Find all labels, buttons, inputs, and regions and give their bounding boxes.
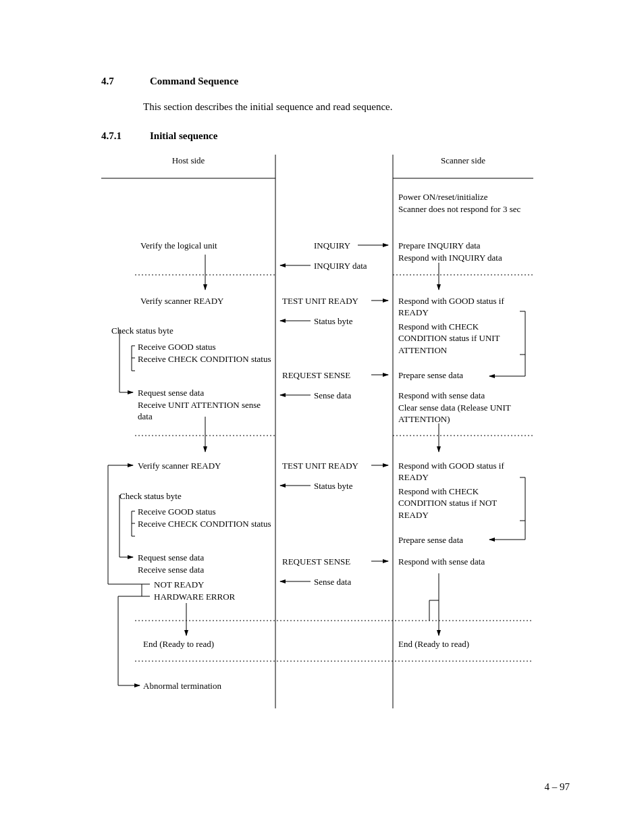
host-verify-ready-1: Verify scanner READY [140, 295, 223, 307]
msg-inquiry: INQUIRY [314, 240, 350, 252]
host-recv-good-2: Receive GOOD status [138, 506, 216, 518]
scanner-respond-inquiry: Respond with INQUIRY data [398, 252, 502, 264]
host-check-status-1: Check status byte [111, 325, 173, 337]
scanner-resp-good-ready-2: Respond with GOOD status if READY [398, 460, 520, 484]
host-hw-error: HARDWARE ERROR [154, 591, 235, 603]
host-recv-sense-2: Receive sense data [138, 564, 204, 576]
msg-inquiry-data: INQUIRY data [314, 260, 367, 272]
scanner-prep-sense-2: Prepare sense data [398, 534, 463, 546]
section-title: Command Sequence [150, 74, 238, 88]
host-check-status-2: Check status byte [119, 490, 182, 502]
msg-sense-data-2: Sense data [314, 576, 351, 588]
msg-tur-1: TEST UNIT READY [282, 295, 358, 307]
host-recv-check-2: Receive CHECK CONDITION status [138, 518, 271, 530]
msg-status-byte-2: Status byte [314, 480, 352, 492]
msg-req-sense-2: REQUEST SENSE [282, 556, 350, 568]
intro-paragraph: This section describes the initial seque… [143, 100, 570, 113]
subsection-heading: 4.7.1 Initial sequence [101, 129, 570, 142]
scanner-end: End (Ready to read) [398, 638, 469, 650]
section-number: 4.7 [101, 74, 130, 88]
scanner-power-note: Scanner does not respond for 3 sec [398, 203, 533, 215]
diagram-svg [101, 155, 533, 708]
scanner-prep-inquiry: Prepare INQUIRY data [398, 240, 481, 252]
scanner-resp-sense-1: Respond with sense data [398, 390, 485, 402]
scanner-resp-check-nr: Respond with CHECK CONDITION status if N… [398, 486, 520, 521]
host-req-sense-2: Request sense data [138, 552, 204, 564]
page-number: 4 – 97 [545, 780, 570, 793]
subsection-number: 4.7.1 [101, 129, 130, 142]
host-req-sense-1: Request sense data [138, 387, 204, 399]
scanner-prep-sense-1: Prepare sense data [398, 369, 463, 382]
msg-tur-2: TEST UNIT READY [282, 460, 358, 472]
section-heading: 4.7 Command Sequence [101, 74, 570, 88]
scanner-resp-good-ready-1: Respond with GOOD status if READY [398, 295, 520, 319]
header-host: Host side [101, 155, 275, 167]
scanner-power: Power ON/reset/initialize [398, 191, 488, 203]
host-verify-ready-2: Verify scanner READY [138, 460, 221, 472]
msg-sense-data-1: Sense data [314, 390, 351, 402]
msg-req-sense-1: REQUEST SENSE [282, 369, 350, 382]
host-recv-ua: Receive UNIT ATTENTION sense data [138, 399, 273, 423]
msg-status-byte-1: Status byte [314, 315, 352, 328]
scanner-clear-sense: Clear sense data (Release UNIT ATTENTION… [398, 402, 520, 425]
host-verify-logical-unit: Verify the logical unit [140, 240, 217, 252]
sequence-diagram: Host side Scanner side Power ON/reset/in… [101, 155, 533, 708]
scanner-resp-check-ua: Respond with CHECK CONDITION status if U… [398, 321, 520, 357]
host-abnormal: Abnormal termination [143, 680, 221, 692]
subsection-title: Initial sequence [150, 129, 217, 142]
header-scanner: Scanner side [393, 155, 533, 167]
scanner-resp-sense-2: Respond with sense data [398, 556, 485, 568]
host-recv-check-1: Receive CHECK CONDITION status [138, 353, 271, 365]
host-not-ready: NOT READY [154, 579, 205, 591]
host-end: End (Ready to read) [143, 638, 214, 650]
host-recv-good-1: Receive GOOD status [138, 341, 216, 353]
